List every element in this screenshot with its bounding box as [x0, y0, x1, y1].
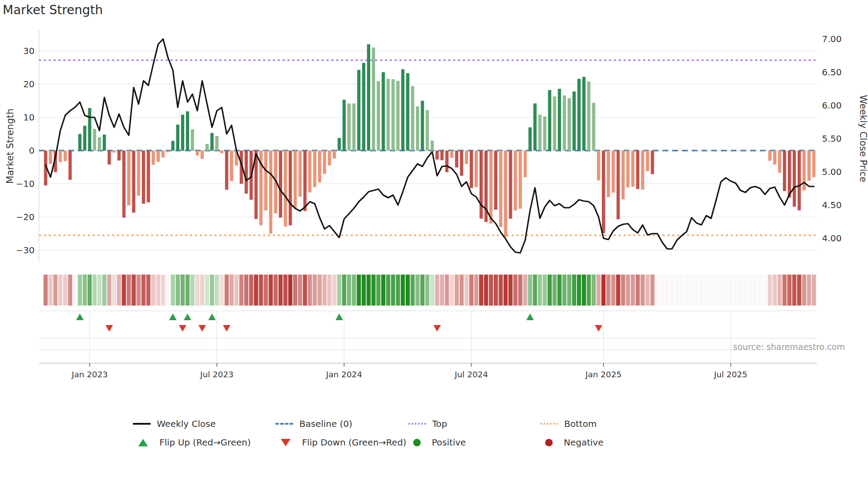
strength-bar	[788, 151, 791, 198]
strength-bar	[445, 151, 448, 172]
heatmap-cell	[181, 275, 185, 306]
heatmap-cell	[171, 275, 175, 306]
heatmap-cell	[166, 275, 170, 306]
heatmap-cell	[513, 275, 517, 306]
strength-bar	[210, 133, 213, 151]
heatmap-cell	[719, 275, 723, 306]
heatmap-cell	[195, 275, 199, 306]
strength-bar	[573, 92, 576, 151]
strength-bar	[426, 110, 429, 151]
heatmap-cell	[553, 275, 557, 306]
heatmap-cell	[220, 275, 224, 306]
heatmap-cell	[597, 275, 601, 306]
strength-bar	[773, 151, 776, 165]
strength-bar	[548, 90, 551, 151]
flip-down-marker	[198, 325, 206, 332]
weekly-close-swatch-icon	[133, 423, 151, 425]
legend-item-flip-down: Flip Down (Green→Red)	[275, 437, 408, 448]
heatmap-cell	[455, 275, 459, 306]
heatmap-cell	[274, 275, 278, 306]
strength-bar	[176, 125, 179, 151]
strength-bar	[318, 151, 321, 182]
heatmap-cell	[738, 275, 742, 306]
heatmap-cell	[107, 275, 111, 306]
strength-bar	[475, 151, 478, 187]
heatmap-cell	[396, 275, 400, 306]
flip-up-triangle-icon	[138, 439, 148, 446]
heatmap-cell	[97, 275, 101, 306]
strength-bar	[499, 151, 502, 227]
heatmap-cell	[239, 275, 243, 306]
positive-dot-icon	[413, 439, 421, 446]
heatmap-cell	[381, 275, 385, 306]
legend-label: Bottom	[564, 418, 597, 429]
strength-bar	[103, 135, 106, 151]
heatmap-cell	[753, 275, 757, 306]
strength-bar	[411, 86, 414, 151]
heatmap-cell	[728, 275, 732, 306]
strength-bar	[558, 89, 561, 151]
legend-label: Flip Down (Green→Red)	[302, 437, 407, 448]
heatmap-cell	[582, 275, 586, 306]
weekly-close-line	[46, 39, 814, 253]
strength-bar	[480, 151, 483, 219]
strength-bar	[137, 151, 140, 196]
strength-bar	[387, 79, 390, 151]
heatmap-cell	[797, 275, 801, 306]
legend-label: Negative	[564, 437, 604, 448]
strength-bar	[509, 151, 512, 219]
heatmap-cell	[112, 275, 116, 306]
heatmap-cell	[63, 275, 67, 306]
heatmap-cell	[572, 275, 576, 306]
heatmap-cell	[357, 275, 361, 306]
heatmap-cell	[48, 275, 52, 306]
heatmap-cell	[783, 275, 787, 306]
heatmap-cell	[547, 275, 551, 306]
strength-bar	[646, 151, 649, 171]
heatmap-cell	[592, 275, 596, 306]
strength-bar	[592, 103, 595, 151]
strength-bar	[313, 151, 316, 187]
heatmap-cell	[264, 275, 268, 306]
strength-bar	[347, 104, 350, 151]
heatmap-cell	[347, 275, 351, 306]
x-tick-label: Jul 2025	[713, 370, 747, 379]
heatmap-cell	[210, 275, 214, 306]
x-tick-label: Jan 2023	[71, 370, 108, 379]
strength-bar	[342, 100, 345, 151]
heatmap-cell	[161, 275, 165, 306]
heatmap-cell	[225, 275, 229, 306]
heatmap-cell	[215, 275, 219, 306]
strength-bar	[337, 138, 341, 151]
strength-bar	[430, 141, 434, 151]
heatmap-cell	[401, 275, 405, 306]
heatmap-cell	[200, 275, 204, 306]
strength-bar	[391, 79, 395, 151]
flip-down-marker	[105, 325, 113, 332]
heatmap-cell	[523, 275, 527, 306]
heatmap-cell	[460, 275, 464, 306]
heatmap-cell	[733, 275, 737, 306]
heatmap-cell	[332, 275, 336, 306]
strength-bar	[612, 151, 615, 193]
flip-up-marker	[526, 314, 534, 320]
strength-bar	[812, 151, 815, 177]
strength-bar	[651, 151, 654, 174]
heatmap-cell	[724, 275, 728, 306]
strength-bar	[244, 151, 248, 194]
legend: Weekly Close Baseline (0) Top Bottom Fli…	[133, 414, 647, 452]
legend-item-bottom: Bottom	[540, 418, 647, 429]
heatmap-cell	[68, 275, 72, 306]
strength-bar	[230, 151, 233, 181]
heatmap-cell	[391, 275, 395, 306]
heatmap-cell	[288, 275, 292, 306]
strength-bar	[117, 151, 120, 161]
strength-bar	[523, 151, 527, 177]
heatmap-cell	[694, 275, 698, 306]
strength-bar	[616, 151, 620, 219]
axis-ticks-and-labels: 3020100−10−20−307.006.506.005.505.004.50…	[16, 34, 842, 379]
heatmap-cell	[313, 275, 317, 306]
strength-bar	[538, 115, 541, 151]
heatmap-cell	[298, 275, 302, 306]
heatmap-cell	[533, 275, 537, 306]
